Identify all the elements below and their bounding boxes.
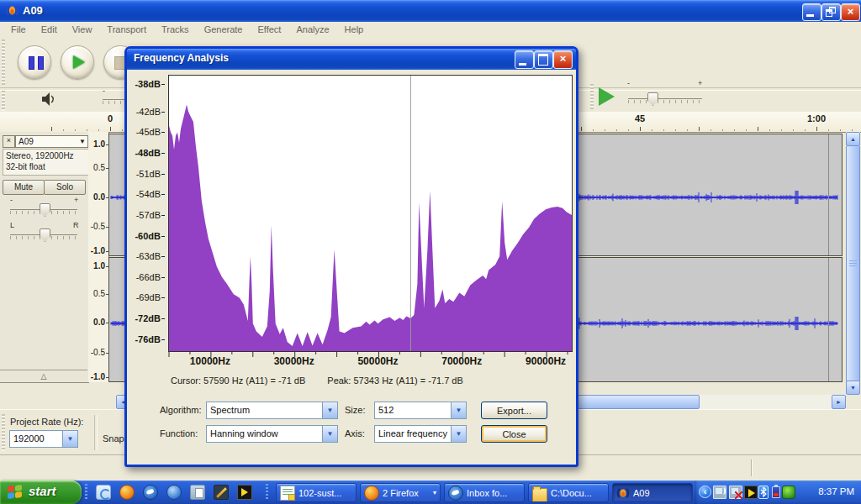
combo-arrow-icon[interactable]: ▼ — [322, 402, 337, 418]
menu-file[interactable]: File — [3, 22, 34, 37]
mute-button[interactable]: Mute — [3, 180, 45, 195]
timeline-tick — [781, 129, 782, 131]
dialog-maximize-button[interactable] — [534, 50, 553, 69]
show-desktop-icon[interactable] — [190, 485, 205, 500]
timeline-tick — [640, 127, 641, 131]
menu-edit[interactable]: Edit — [34, 22, 65, 37]
size-select[interactable]: 512 ▼ — [374, 402, 467, 419]
transport-toolbar-gripper[interactable] — [2, 39, 5, 85]
solo-button[interactable]: Solo — [44, 180, 86, 195]
timeline-tick — [51, 127, 52, 131]
paint-icon[interactable] — [214, 485, 229, 500]
dialog-title: Frequency Analysis — [134, 52, 229, 64]
taskbar-task-2-firefox[interactable]: 2 Firefox▾ — [360, 483, 441, 502]
globe-icon[interactable] — [166, 485, 182, 500]
play-at-speed-button[interactable] — [599, 87, 615, 106]
combo-arrow-icon[interactable]: ▼ — [451, 426, 466, 442]
speed-slider-thumb[interactable] — [647, 92, 658, 106]
start-button[interactable]: start — [0, 480, 82, 504]
mixer-toolbar-gripper[interactable] — [2, 91, 5, 111]
collapse-chevron-icon[interactable]: ‹ — [699, 486, 711, 498]
vertical-ruler[interactable]: 1.00.50.0-0.5-1.01.00.50.0-0.5-1.0 — [88, 132, 109, 382]
close-icon: × — [842, 4, 859, 20]
vertical-ruler-label: -0.5 — [91, 222, 105, 231]
ie-icon[interactable] — [96, 485, 111, 500]
avg-icon[interactable] — [782, 486, 795, 499]
dialog-minimize-button[interactable] — [515, 50, 534, 69]
menu-generate[interactable]: Generate — [197, 22, 251, 37]
taskbar-task-label: 2 Firefox — [383, 488, 419, 498]
menu-transport[interactable]: Transport — [99, 22, 154, 37]
command-prompt-icon[interactable] — [237, 485, 252, 500]
play-button[interactable] — [61, 45, 94, 79]
task-group-arrow-icon[interactable]: ▾ — [433, 489, 436, 496]
selection-toolbar-gripper[interactable] — [2, 414, 5, 451]
spectrum-y-tick — [161, 194, 165, 195]
main-titlebar[interactable]: A09 × — [0, 0, 861, 22]
taskbar-task-inbox-fo-[interactable]: Inbox fo... — [444, 483, 525, 502]
document-icon — [280, 486, 295, 501]
pause-button[interactable] — [18, 45, 51, 79]
dialog-titlebar[interactable]: Frequency Analysis × — [127, 49, 576, 70]
taskbar-task-102-sust-[interactable]: 102-sust... — [276, 483, 357, 502]
spectrum-y-tick — [161, 112, 165, 113]
timeline-label: 45 — [635, 113, 645, 123]
combo-arrow-icon[interactable]: ▼ — [451, 402, 466, 418]
close-button[interactable]: × — [841, 3, 860, 21]
export-button[interactable]: Export... — [481, 402, 547, 419]
folder-icon — [532, 488, 547, 503]
minimize-button[interactable] — [802, 3, 821, 21]
taskbar-task-c-docu-[interactable]: C:\Docu... — [528, 483, 609, 502]
track-menu-arrow-icon: ▼ — [79, 136, 86, 147]
thunderbird-icon[interactable] — [143, 485, 158, 500]
algorithm-select[interactable]: Spectrum ▼ — [206, 402, 338, 419]
firefox-icon[interactable] — [119, 485, 135, 500]
spectrum-plot[interactable] — [168, 75, 573, 352]
spectrum-y-tick — [161, 174, 165, 175]
menu-bar: FileEditViewTransportTracksGenerateEffec… — [0, 22, 861, 38]
menu-help[interactable]: Help — [337, 22, 372, 37]
algorithm-value: Spectrum — [207, 402, 322, 418]
spectrum-y-axis: -38dB-42dB-45dB-48dB-51dB-54dB-57dB-60dB… — [127, 75, 166, 354]
vertical-scrollbar-thumb[interactable] — [846, 145, 860, 382]
track-close-button[interactable]: × — [3, 135, 15, 148]
spectrum-y-tick — [161, 236, 165, 237]
combo-arrow-icon[interactable]: ▼ — [322, 426, 337, 442]
spectrum-y-label: -54dB — [136, 189, 161, 199]
menu-view[interactable]: View — [65, 22, 100, 37]
combo-arrow-icon[interactable]: ▼ — [62, 431, 77, 447]
gain-slider-thumb[interactable] — [40, 203, 50, 217]
scroll-up-icon[interactable]: ▲ — [846, 132, 860, 146]
battery-icon[interactable] — [772, 486, 780, 498]
command-arrow-icon[interactable] — [744, 486, 758, 499]
track-info: Stereo, 192000Hz 32-bit float — [3, 149, 91, 176]
cursor-readout: Cursor: 57590 Hz (A11) = -71 dB — [171, 375, 305, 386]
scroll-down-icon[interactable]: ▼ — [846, 381, 860, 395]
speed-toolbar-gripper[interactable] — [590, 84, 594, 109]
restore-button[interactable] — [821, 3, 841, 21]
menu-effect[interactable]: Effect — [251, 22, 289, 37]
track-collapse-button[interactable]: △ — [0, 370, 87, 382]
vertical-ruler-label: 1.0 — [93, 139, 105, 149]
timeline-tick — [628, 129, 629, 131]
speed-slider[interactable] — [628, 98, 702, 99]
dialog-close-button[interactable]: × — [553, 50, 573, 69]
track-name-menu[interactable]: A09▼ — [15, 135, 88, 148]
gain-minus-label: - — [10, 196, 13, 204]
taskbar-task-a09[interactable]: A09 — [612, 483, 693, 502]
project-rate-select[interactable]: 192000 ▼ — [9, 430, 78, 448]
network-offline-icon[interactable] — [729, 486, 742, 499]
bluetooth-icon[interactable] — [758, 486, 769, 499]
close-dialog-button[interactable]: Close — [481, 425, 547, 443]
pan-slider-thumb[interactable] — [40, 228, 50, 242]
timeline-tick — [593, 129, 594, 131]
network-signal-icon[interactable] — [713, 486, 726, 499]
function-select[interactable]: Hanning window ▼ — [206, 425, 338, 443]
vertical-scrollbar[interactable]: ▲ ▼ — [846, 132, 860, 395]
menu-tracks[interactable]: Tracks — [154, 22, 197, 37]
menu-analyze[interactable]: Analyze — [288, 22, 336, 37]
scroll-right-icon[interactable]: ► — [832, 395, 846, 409]
size-value: 512 — [375, 402, 451, 418]
axis-select[interactable]: Linear frequency ▼ — [374, 425, 467, 443]
timeline-tick — [687, 129, 688, 131]
